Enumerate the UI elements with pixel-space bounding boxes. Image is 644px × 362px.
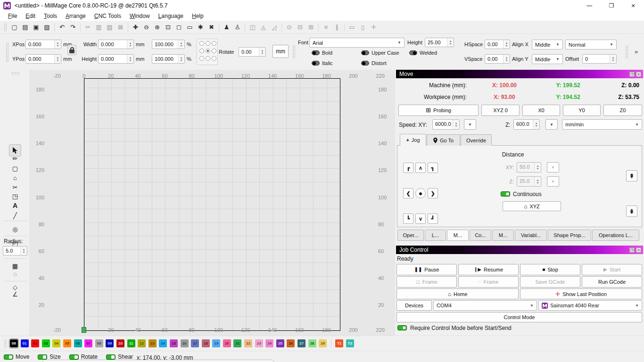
speed-units-select[interactable]: mm/min▼ bbox=[562, 119, 642, 130]
text-mode-select[interactable]: Normal▼ bbox=[565, 40, 617, 49]
copy-icon[interactable]: ▥ bbox=[93, 22, 104, 33]
palette-color-02[interactable]: 02 bbox=[31, 339, 39, 347]
palette-color-22[interactable]: 22 bbox=[244, 339, 252, 347]
panel-tab-variabl[interactable]: Variabl... bbox=[515, 230, 547, 241]
menu-file[interactable]: File bbox=[4, 12, 21, 20]
palette-color-27[interactable]: 27 bbox=[297, 339, 305, 347]
anchor-point-0-0[interactable] bbox=[199, 41, 204, 46]
show-last-position-button[interactable]: ✛ Show Last Position bbox=[520, 288, 642, 299]
palette-color-26[interactable]: 26 bbox=[287, 339, 295, 347]
align-horizontal-icon[interactable]: ⊟ bbox=[295, 22, 305, 33]
same-width-icon[interactable]: ▭ bbox=[347, 22, 357, 33]
radius-input[interactable]: 5.0▲▼ bbox=[3, 246, 27, 255]
menu-arrange[interactable]: Arrange bbox=[61, 12, 90, 20]
width-input[interactable]: 0.000▲▼ bbox=[98, 40, 134, 49]
close-button[interactable]: × bbox=[622, 0, 644, 11]
align-vertical-icon[interactable]: ⊞ bbox=[305, 22, 316, 33]
tools-drag-handle[interactable] bbox=[11, 72, 20, 74]
pause-button[interactable]: ❚❚Pause bbox=[396, 264, 457, 275]
spinner-arrows[interactable]: ▲▼ bbox=[178, 40, 184, 49]
align-center-icon[interactable]: ⊙ bbox=[284, 22, 295, 33]
jog-down-right-button[interactable]: ┛ bbox=[428, 214, 438, 224]
speed-xy-preset-dropdown[interactable]: ▼ bbox=[464, 119, 476, 130]
home-button[interactable]: ⌂ Home bbox=[396, 288, 519, 299]
palette-color-23[interactable]: 23 bbox=[255, 339, 263, 347]
spinner-arrows[interactable]: ▲▼ bbox=[503, 55, 510, 63]
close-panel-icon[interactable]: × bbox=[636, 247, 641, 253]
save-as-icon[interactable]: ▧ bbox=[41, 22, 52, 33]
palette-color-03[interactable]: 03 bbox=[42, 339, 50, 347]
move-icon[interactable]: ✚ bbox=[130, 22, 141, 33]
anchor-point-2-0[interactable] bbox=[199, 56, 204, 61]
welded-toggle[interactable] bbox=[409, 50, 417, 55]
hspace-input[interactable]: 0.00▲▼ bbox=[485, 40, 510, 49]
jog-up-right-button[interactable]: ┓ bbox=[428, 163, 438, 173]
require-control-mode-toggle[interactable] bbox=[397, 325, 407, 330]
undo-icon[interactable]: ↶ bbox=[57, 22, 67, 33]
zero-x-button[interactable]: X0 bbox=[522, 105, 560, 116]
draw-tool[interactable]: ✏ bbox=[10, 153, 20, 164]
zero-z-button[interactable]: Z0 bbox=[603, 105, 642, 116]
save-icon[interactable]: ▣ bbox=[31, 22, 41, 33]
units-toggle-button[interactable]: mm bbox=[272, 45, 289, 58]
toolbar-expand-button[interactable]: » bbox=[635, 48, 638, 55]
menu-language[interactable]: Language bbox=[154, 12, 188, 20]
jog-z-down-button[interactable]: ⇟ bbox=[626, 206, 637, 217]
jog-down-button[interactable]: ∨ bbox=[415, 214, 426, 224]
palette-color-04[interactable]: 04 bbox=[52, 339, 60, 347]
distribute-horizontal-icon[interactable]: ≡ bbox=[321, 22, 331, 33]
spinner-arrows[interactable]: ▲▼ bbox=[20, 247, 27, 255]
line-tool[interactable]: ╱ bbox=[10, 210, 20, 221]
palette-color-01[interactable]: 01 bbox=[21, 339, 29, 347]
offset-input[interactable]: 0▲▼ bbox=[582, 54, 617, 64]
palette-color-06[interactable]: 06 bbox=[74, 339, 82, 347]
redo-icon[interactable]: ↷ bbox=[67, 22, 78, 33]
move-to-position-icon[interactable]: ✛ bbox=[368, 22, 379, 33]
spinner-arrows[interactable]: ▲▼ bbox=[453, 120, 459, 129]
italic-toggle[interactable] bbox=[312, 61, 320, 66]
palette-color-29[interactable]: 29 bbox=[319, 339, 327, 347]
port-select[interactable]: COM4▼ bbox=[433, 300, 537, 311]
continuous-toggle[interactable] bbox=[501, 191, 510, 197]
spinner-arrows[interactable]: ▲▼ bbox=[259, 48, 265, 56]
zoom-in-icon[interactable]: ⊕ bbox=[152, 22, 163, 33]
palette-color-08[interactable]: 08 bbox=[95, 339, 103, 347]
select-region-icon[interactable]: ◻ bbox=[173, 22, 184, 33]
distribute-vertical-icon[interactable]: ∥ bbox=[331, 22, 342, 33]
palette-color-00[interactable]: 00 bbox=[10, 339, 18, 347]
status-toggle-shear[interactable] bbox=[106, 354, 116, 360]
zoom-out-icon[interactable]: ⊖ bbox=[141, 22, 152, 33]
crop-tool[interactable]: ◳ bbox=[10, 191, 20, 201]
alignx-select[interactable]: Middle▼ bbox=[532, 40, 563, 49]
ypos-input[interactable]: 0.000▲▼ bbox=[25, 54, 61, 64]
palette-color-28[interactable]: 28 bbox=[308, 339, 316, 347]
tool-color-T2[interactable]: T2 bbox=[346, 339, 354, 347]
device-select[interactable]: Sainsmart 4040 Rear ▼ bbox=[538, 300, 642, 311]
panel-tab-l[interactable]: L... bbox=[425, 230, 446, 241]
palette-color-15[interactable]: 15 bbox=[170, 339, 178, 347]
design-canvas[interactable]: -20-200020204040606080801001001201201401… bbox=[29, 70, 395, 336]
anchor-point-1-1[interactable] bbox=[206, 49, 210, 53]
home-xyz-button[interactable]: ⌂ XYZ bbox=[503, 201, 561, 211]
jog-up-left-button[interactable]: ┏ bbox=[403, 163, 413, 173]
devices-button[interactable]: Devices bbox=[396, 300, 432, 311]
palette-color-10[interactable]: 10 bbox=[116, 339, 124, 347]
panel-tab-m[interactable]: M... bbox=[447, 230, 469, 241]
spinner-arrows[interactable]: ▲▼ bbox=[447, 38, 454, 47]
panel-tab-co[interactable]: Co... bbox=[470, 230, 491, 241]
flip-vertical-icon[interactable]: ◫ bbox=[247, 22, 258, 33]
font-select[interactable]: Arial▼ bbox=[309, 38, 405, 48]
tab-override[interactable]: Override bbox=[461, 134, 492, 146]
speed-z-input[interactable]: 600.0▲▼ bbox=[513, 119, 540, 130]
palette-color-19[interactable]: 19 bbox=[212, 339, 220, 347]
tab-jog[interactable]: + Jog bbox=[400, 134, 426, 146]
spinner-arrows[interactable]: ▲▼ bbox=[54, 55, 61, 63]
bold-toggle[interactable] bbox=[312, 50, 320, 55]
polygon-tool[interactable]: ⌂ bbox=[10, 173, 20, 183]
palette-color-14[interactable]: 14 bbox=[159, 339, 167, 347]
menu-window[interactable]: Window bbox=[125, 12, 154, 20]
paste-icon[interactable]: ▨ bbox=[104, 22, 115, 33]
zoom-selection-icon[interactable]: ⊡ bbox=[163, 22, 173, 33]
jog-right-button[interactable]: ❯ bbox=[428, 188, 438, 198]
text-tool[interactable]: A bbox=[10, 200, 20, 211]
